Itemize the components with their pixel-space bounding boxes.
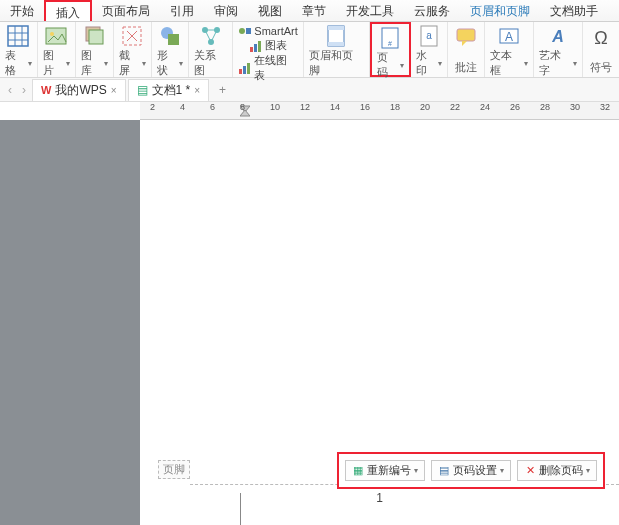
dropdown-icon: ▾ (414, 466, 418, 475)
textbox-icon: A (496, 24, 522, 48)
footer-toolbar: ▦ 重新编号 ▾ ▤ 页码设置 ▾ ✕ 删除页码 ▾ (337, 452, 605, 489)
ribbon-table[interactable]: 表格▾ (0, 22, 38, 77)
doc-tab-wps-label: 我的WPS (55, 82, 106, 99)
table-label: 表格 (5, 48, 27, 78)
ribbon-pagenumber[interactable]: # 页码▾ (370, 22, 411, 77)
svg-line-19 (211, 30, 217, 42)
ruler-tick: 28 (540, 102, 550, 112)
ribbon-chart[interactable]: 图表 (249, 38, 287, 53)
renumber-button[interactable]: ▦ 重新编号 ▾ (345, 460, 425, 481)
page-gutter (0, 120, 140, 525)
tab-headerfooter[interactable]: 页眉和页脚 (460, 0, 540, 21)
delete-icon: ✕ (524, 465, 536, 477)
svg-rect-24 (258, 41, 261, 52)
tab-reference[interactable]: 引用 (160, 0, 204, 21)
screenshot-label: 截屏 (119, 48, 141, 78)
dropdown-icon: ▾ (500, 466, 504, 475)
textbox-label: 文本框 (490, 48, 523, 78)
doc-icon: ▤ (137, 83, 148, 97)
svg-text:#: # (388, 40, 392, 47)
ruler-tick: 6 (210, 102, 215, 112)
doc-tab-doc1-label: 文档1 * (152, 82, 191, 99)
screenshot-icon (119, 24, 145, 48)
ribbon-symbol[interactable]: Ω 符号 (583, 22, 619, 77)
shapes-label: 形状 (157, 48, 179, 78)
svg-rect-22 (250, 47, 253, 52)
svg-point-6 (50, 32, 54, 36)
gallery-icon (81, 24, 107, 48)
horizontal-ruler[interactable]: 2468101214161820222426283032 (140, 102, 619, 120)
doc-tab-doc1[interactable]: ▤ 文档1 * × (128, 79, 210, 101)
ruler-tick: 10 (270, 102, 280, 112)
caret-right-icon[interactable]: › (18, 83, 30, 97)
watermark-icon: a (416, 24, 442, 48)
svg-rect-8 (89, 30, 103, 44)
tab-dochelper[interactable]: 文档助手 (540, 0, 608, 21)
gallery-label: 图库 (81, 48, 103, 78)
ribbon-onlinechart[interactable]: 在线图表 (238, 53, 298, 83)
symbol-icon: Ω (588, 24, 614, 50)
comment-icon (453, 24, 479, 50)
renumber-label: 重新编号 (367, 463, 411, 478)
deletepage-button[interactable]: ✕ 删除页码 ▾ (517, 460, 597, 481)
svg-rect-27 (247, 63, 250, 74)
ribbon-comment[interactable]: 批注 (448, 22, 485, 77)
renumber-icon: ▦ (352, 465, 364, 477)
svg-point-20 (239, 28, 245, 34)
ruler-tick: 20 (420, 102, 430, 112)
document-page[interactable]: 页脚 1 ▦ 重新编号 ▾ ▤ 页码设置 ▾ ✕ 删除页码 ▾ (140, 120, 619, 525)
ribbon-textbox[interactable]: A 文本框▾ (485, 22, 534, 77)
caret-left-icon[interactable]: ‹ (4, 83, 16, 97)
tab-review[interactable]: 审阅 (204, 0, 248, 21)
wordart-icon: A (545, 24, 571, 48)
footer-region-label: 页脚 (158, 460, 190, 479)
tab-view[interactable]: 视图 (248, 0, 292, 21)
tab-chapter[interactable]: 章节 (292, 0, 336, 21)
ribbon-headerfooter[interactable]: 页眉和页脚 (304, 22, 370, 77)
ribbon-screenshot[interactable]: 截屏▾ (114, 22, 152, 77)
ribbon-shapes[interactable]: 形状▾ (152, 22, 190, 77)
dropdown-icon: ▾ (142, 59, 146, 68)
ruler-tick: 32 (600, 102, 610, 112)
svg-rect-35 (457, 29, 475, 41)
tab-insert[interactable]: 插入 (44, 0, 92, 21)
document-tabs: ‹ › W 我的WPS × ▤ 文档1 * × + (0, 78, 619, 102)
dropdown-icon: ▾ (179, 59, 183, 68)
delete-label: 删除页码 (539, 463, 583, 478)
close-icon[interactable]: × (194, 85, 200, 96)
tab-start[interactable]: 开始 (0, 0, 44, 21)
svg-text:Ω: Ω (594, 28, 607, 48)
pagenumber-label: 页码 (377, 50, 399, 80)
ruler-tick: 4 (180, 102, 185, 112)
ribbon-gallery[interactable]: 图库▾ (76, 22, 114, 77)
menu-tabs: 开始 插入 页面布局 引用 审阅 视图 章节 开发工具 云服务 页眉和页脚 文档… (0, 0, 619, 22)
ruler-tick: 16 (360, 102, 370, 112)
ruler-tick: 24 (480, 102, 490, 112)
ribbon-wordart[interactable]: A 艺术字▾ (534, 22, 583, 77)
doc-tab-wps[interactable]: W 我的WPS × (32, 79, 126, 101)
ribbon-picture[interactable]: 图片▾ (38, 22, 76, 77)
svg-text:A: A (505, 30, 513, 44)
ribbon-stack1: SmartArt 图表 在线图表 (233, 22, 304, 77)
svg-line-18 (205, 30, 211, 42)
ruler-tick: 18 (390, 102, 400, 112)
ribbon-relations[interactable]: 关系图 (189, 22, 233, 77)
ruler-tick: 8 (240, 102, 245, 112)
dropdown-icon: ▾ (400, 61, 404, 70)
svg-rect-21 (246, 28, 251, 34)
ruler-tick: 30 (570, 102, 580, 112)
add-tab-icon[interactable]: + (211, 83, 234, 97)
ribbon-watermark[interactable]: a 水印▾ (411, 22, 449, 77)
tab-cloud[interactable]: 云服务 (404, 0, 460, 21)
headerfooter-icon (323, 24, 349, 48)
tab-dev[interactable]: 开发工具 (336, 0, 404, 21)
tab-layout[interactable]: 页面布局 (92, 0, 160, 21)
ribbon-smartart[interactable]: SmartArt (238, 24, 297, 38)
pagesetup-button[interactable]: ▤ 页码设置 ▾ (431, 460, 511, 481)
svg-rect-23 (254, 44, 257, 52)
ruler-tick: 22 (450, 102, 460, 112)
page-number-display: 1 (376, 491, 383, 505)
svg-text:a: a (426, 30, 432, 41)
close-icon[interactable]: × (111, 85, 117, 96)
svg-text:A: A (551, 28, 564, 45)
